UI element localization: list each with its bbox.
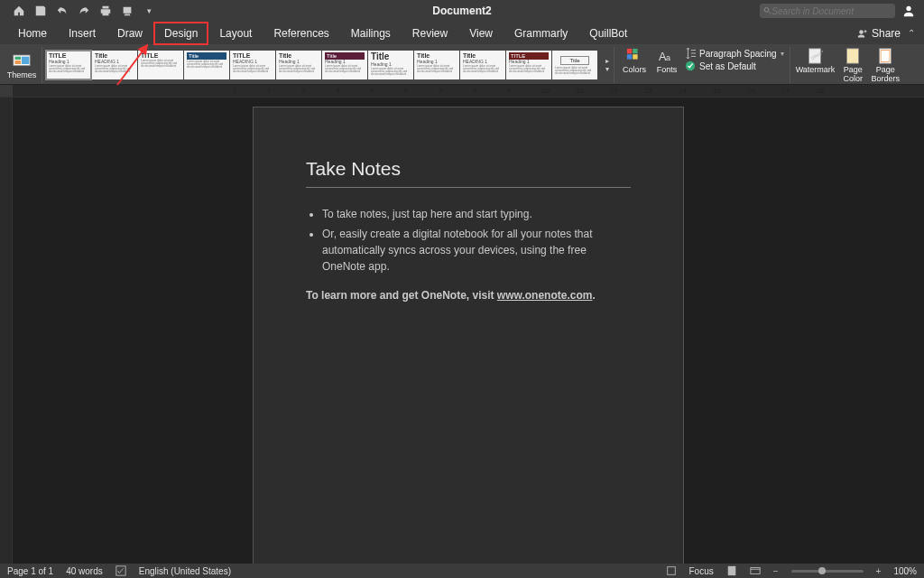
tab-mailings[interactable]: Mailings xyxy=(340,22,402,45)
themes-label: Themes xyxy=(7,70,37,79)
document-canvas[interactable]: Take Notes To take notes, just tap here … xyxy=(13,98,924,564)
focus-icon[interactable] xyxy=(666,565,677,576)
check-circle-icon xyxy=(685,61,696,71)
word-count[interactable]: 40 words xyxy=(66,566,103,576)
style-thumbnail[interactable]: TITLEHeading 1Lorem ipsum dolor sit amet… xyxy=(46,51,91,79)
fonts-button[interactable]: Aa Fonts xyxy=(652,48,681,75)
fonts-label: Fonts xyxy=(657,66,678,75)
search-icon xyxy=(763,6,772,15)
share-button[interactable]: Share xyxy=(872,27,901,40)
colors-label: Colors xyxy=(623,66,646,75)
onenote-link[interactable]: www.onenote.com xyxy=(497,289,593,302)
touch-mode-icon[interactable] xyxy=(121,5,134,17)
footer-paragraph[interactable]: To learn more and get OneNote, visit www… xyxy=(306,289,631,302)
paragraph-spacing-button[interactable]: Paragraph Spacing▾ xyxy=(685,48,784,59)
style-thumbnail[interactable]: TitleHEADING 1Lorem ipsum dolor sit amet… xyxy=(460,51,505,79)
style-thumbnail[interactable]: TitleHEADING 1Lorem ipsum dolor sit amet… xyxy=(92,51,137,79)
ruler-horizontal[interactable]: 123456789101112131415161718 xyxy=(0,85,924,98)
zoom-out-icon[interactable]: − xyxy=(773,566,779,576)
document-title: Document2 xyxy=(432,5,491,17)
page[interactable]: Take Notes To take notes, just tap here … xyxy=(253,107,684,564)
ruler-vertical[interactable] xyxy=(0,98,13,564)
gallery-more-icon[interactable]: ▸▾ xyxy=(601,51,614,79)
tab-grammarly[interactable]: Grammarly xyxy=(504,22,578,45)
zoom-in-icon[interactable]: + xyxy=(876,566,882,576)
home-icon[interactable] xyxy=(13,5,25,17)
tab-review[interactable]: Review xyxy=(402,22,458,45)
tab-quillbot[interactable]: QuillBot xyxy=(578,22,638,45)
themes-button[interactable]: Themes xyxy=(2,46,42,84)
tab-references[interactable]: References xyxy=(263,22,339,45)
tab-view[interactable]: View xyxy=(458,22,504,45)
page-info[interactable]: Page 1 of 1 xyxy=(7,566,53,576)
qat-more-icon[interactable]: ▾ xyxy=(143,5,155,17)
status-bar: Page 1 of 1 40 words English (United Sta… xyxy=(0,564,924,578)
style-thumbnail[interactable]: TitleHeading 1Lorem ipsum dolor sit amet… xyxy=(368,51,413,79)
style-thumbnail[interactable]: TITLEHeading 1Lorem ipsum dolor sit amet… xyxy=(506,51,551,79)
search-box[interactable] xyxy=(760,4,895,18)
tab-draw[interactable]: Draw xyxy=(106,22,153,45)
document-area: Take Notes To take notes, just tap here … xyxy=(0,98,924,564)
tab-insert[interactable]: Insert xyxy=(58,22,106,45)
style-thumbnail[interactable]: TitleHeading 1Lorem ipsum dolor sit amet… xyxy=(322,51,367,79)
page-borders-icon xyxy=(877,48,893,64)
page-color-icon xyxy=(845,48,861,64)
svg-rect-9 xyxy=(627,54,632,59)
user-icon[interactable] xyxy=(902,5,915,17)
svg-rect-8 xyxy=(633,49,637,53)
paragraph-spacing-icon xyxy=(685,48,696,59)
share-icon xyxy=(857,28,868,39)
spell-check-icon[interactable] xyxy=(116,565,126,576)
language-indicator[interactable]: English (United States) xyxy=(139,566,231,576)
svg-rect-6 xyxy=(22,57,29,64)
zoom-level[interactable]: 100% xyxy=(893,566,917,576)
tab-home[interactable]: Home xyxy=(7,22,58,45)
svg-rect-5 xyxy=(15,61,22,64)
watermark-button[interactable]: DRAFT Watermark xyxy=(796,48,836,75)
collapse-ribbon-icon[interactable]: ⌃ xyxy=(908,28,915,38)
svg-point-2 xyxy=(859,30,864,34)
style-thumbnail[interactable]: TitleLorem ipsum dolor sit amet consecte… xyxy=(184,51,229,79)
watermark-label: Watermark xyxy=(796,66,836,75)
style-thumbnail[interactable]: TitleLorem ipsum dolor sit amet consecte… xyxy=(552,51,597,79)
list-item[interactable]: Or, easily create a digital notebook for… xyxy=(322,226,631,275)
page-color-button[interactable]: Page Color xyxy=(838,48,867,84)
set-as-default-button[interactable]: Set as Default xyxy=(685,61,784,71)
ribbon-design: Themes TITLEHeading 1Lorem ipsum dolor s… xyxy=(0,44,924,85)
svg-point-0 xyxy=(764,7,769,12)
tab-design[interactable]: Design xyxy=(153,22,208,45)
svg-rect-4 xyxy=(15,57,22,60)
svg-rect-22 xyxy=(727,566,735,575)
redo-icon[interactable] xyxy=(78,5,90,17)
style-thumbnail[interactable]: TITLEHEADING 1Lorem ipsum dolor sit amet… xyxy=(230,51,275,79)
svg-rect-16 xyxy=(847,49,859,63)
style-thumbnail[interactable]: TitleHeading 1Lorem ipsum dolor sit amet… xyxy=(414,51,459,79)
watermark-icon: DRAFT xyxy=(807,48,823,64)
save-icon[interactable] xyxy=(34,5,47,17)
title-bar: ▾ Document2 xyxy=(0,0,924,22)
bullet-list[interactable]: To take notes, just tap here and start t… xyxy=(306,206,631,275)
svg-rect-23 xyxy=(751,568,760,574)
colors-button[interactable]: Colors xyxy=(620,48,649,75)
svg-rect-10 xyxy=(633,54,637,59)
zoom-slider[interactable] xyxy=(791,570,864,573)
list-item[interactable]: To take notes, just tap here and start t… xyxy=(322,206,631,222)
style-gallery: TITLEHeading 1Lorem ipsum dolor sit amet… xyxy=(42,48,601,82)
search-input[interactable] xyxy=(772,6,892,16)
themes-icon xyxy=(13,51,31,69)
style-thumbnail[interactable]: TITLELorem ipsum dolor sit amet consecte… xyxy=(138,51,183,79)
fonts-icon: Aa xyxy=(659,48,675,64)
page-color-label: Page Color xyxy=(844,66,864,84)
svg-point-1 xyxy=(906,6,910,11)
page-heading[interactable]: Take Notes xyxy=(306,158,631,188)
tab-layout[interactable]: Layout xyxy=(208,22,263,45)
focus-button[interactable]: Focus xyxy=(689,566,714,576)
web-layout-view-icon[interactable] xyxy=(750,565,761,576)
print-layout-view-icon[interactable] xyxy=(726,565,737,576)
svg-text:a: a xyxy=(666,53,670,62)
undo-icon[interactable] xyxy=(56,5,69,17)
style-thumbnail[interactable]: TitleHeading 1Lorem ipsum dolor sit amet… xyxy=(276,51,321,79)
page-borders-button[interactable]: Page Borders xyxy=(871,48,900,84)
page-borders-label: Page Borders xyxy=(872,66,901,84)
print-icon[interactable] xyxy=(99,5,112,17)
